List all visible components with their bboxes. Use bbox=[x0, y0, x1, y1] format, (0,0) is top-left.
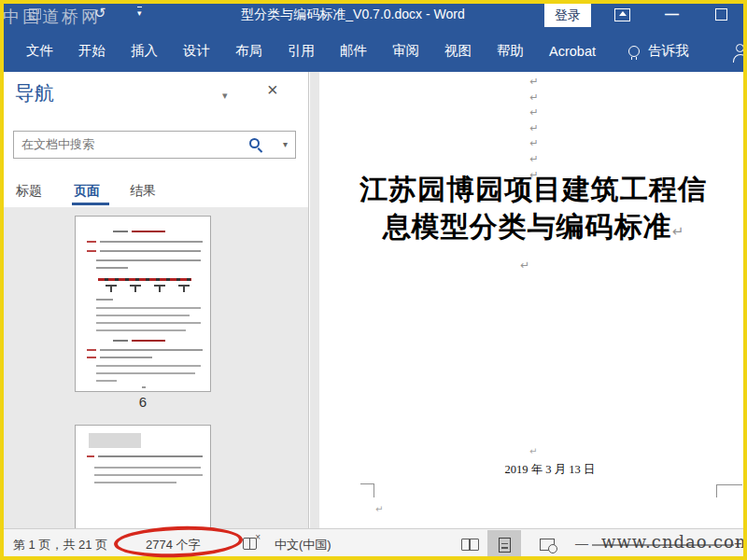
document-title-line-2: 息模型分类与编码标准 bbox=[383, 211, 672, 242]
page-6-label: 6 bbox=[75, 394, 211, 410]
empty-paragraph-marks: ↵↵↵↵↵↵↵ bbox=[517, 74, 551, 182]
tab-layout[interactable]: 布局 bbox=[235, 42, 262, 60]
tell-me-label: 告诉我 bbox=[648, 42, 689, 60]
tab-acrobat[interactable]: Acrobat bbox=[549, 44, 596, 59]
maximize-button[interactable] bbox=[715, 8, 727, 21]
window-title: 型分类与编码标准_V0.7.0.docx - Word bbox=[166, 7, 540, 23]
account-person-icon-body bbox=[733, 54, 747, 63]
paragraph-mark: ↵ bbox=[520, 259, 529, 272]
navigation-pane: 导航 ▾ × 在文档中搜索 ▾ 标题 页面 结果 bbox=[0, 72, 309, 528]
page-7-thumbnail[interactable] bbox=[75, 425, 211, 528]
proofing-errors-icon[interactable] bbox=[243, 538, 257, 550]
document-area: ↵↵↵↵↵↵↵ 江苏园博园项目建筑工程信 息模型分类与编码标准↵ ↵ ↵ 201… bbox=[310, 72, 747, 528]
watermark-top-left: 中国道桥网 bbox=[3, 6, 101, 28]
document-title-line-1: 江苏园博园项目建筑工程信 bbox=[359, 174, 707, 204]
quick-access-customize-icon[interactable]: ▾ bbox=[137, 7, 142, 18]
sign-in-button[interactable]: 登录 bbox=[544, 4, 591, 27]
web-layout-icon[interactable] bbox=[540, 539, 555, 551]
search-options-icon[interactable]: ▾ bbox=[283, 139, 288, 149]
tab-design[interactable]: 设计 bbox=[183, 42, 210, 60]
tell-me-group[interactable]: 告诉我 bbox=[628, 42, 689, 60]
print-layout-icon-active[interactable] bbox=[487, 530, 521, 560]
paragraph-mark: ↵ bbox=[672, 223, 684, 239]
language-indicator[interactable]: 中文(中国) bbox=[275, 537, 331, 553]
tab-review[interactable]: 审阅 bbox=[392, 42, 419, 60]
text-boundary-corner-mark bbox=[360, 483, 374, 497]
nav-pane-title: 导航 bbox=[15, 80, 54, 106]
lightbulb-icon bbox=[628, 46, 640, 57]
zoom-out-button[interactable]: — bbox=[575, 536, 588, 551]
document-date: 2019 年 3 月 13 日 bbox=[336, 462, 747, 478]
active-tab-underline bbox=[72, 203, 109, 205]
word-count-indicator[interactable]: 2774 个字 bbox=[146, 537, 201, 553]
nav-pane-menu-icon[interactable]: ▾ bbox=[222, 90, 228, 102]
minimize-button[interactable]: — bbox=[665, 6, 679, 21]
paragraph-mark: ↵ bbox=[375, 504, 383, 514]
read-mode-icon[interactable] bbox=[461, 539, 479, 551]
nav-pane-close-icon[interactable]: × bbox=[267, 79, 278, 101]
document-search-input[interactable]: 在文档中搜索 ▾ bbox=[13, 131, 296, 159]
tab-home[interactable]: 开始 bbox=[78, 42, 106, 60]
nav-tab-headings[interactable]: 标题 bbox=[16, 183, 42, 200]
ribbon-tab-bar: 文件 开始 插入 设计 布局 引用 邮件 审阅 视图 帮助 Acrobat 告诉… bbox=[0, 30, 747, 72]
nav-pane-tabs: 标题 页面 结果 bbox=[0, 181, 309, 207]
tab-help[interactable]: 帮助 bbox=[497, 42, 524, 60]
word-application-window: ↺ ▾ 型分类与编码标准_V0.7.0.docx - Word 登录 — 中国道… bbox=[0, 0, 747, 560]
tab-references[interactable]: 引用 bbox=[288, 42, 315, 60]
account-person-icon[interactable] bbox=[736, 44, 744, 52]
title-bar: ↺ ▾ 型分类与编码标准_V0.7.0.docx - Word 登录 — bbox=[0, 0, 747, 30]
page-6-thumbnail[interactable] bbox=[75, 216, 211, 392]
thumbnail-diagram-line bbox=[98, 278, 191, 281]
text-boundary-corner-mark bbox=[716, 484, 742, 497]
page-thumbnail-list: 6 bbox=[0, 207, 308, 528]
page-indicator[interactable]: 第 1 页，共 21 页 bbox=[13, 537, 107, 553]
nav-tab-pages[interactable]: 页面 bbox=[74, 183, 100, 200]
nav-tab-results[interactable]: 结果 bbox=[130, 183, 156, 200]
search-placeholder: 在文档中搜索 bbox=[21, 132, 94, 158]
tab-mailings[interactable]: 邮件 bbox=[340, 42, 367, 60]
document-page[interactable]: ↵↵↵↵↵↵↵ 江苏园博园项目建筑工程信 息模型分类与编码标准↵ ↵ ↵ 201… bbox=[319, 72, 747, 528]
tab-view[interactable]: 视图 bbox=[444, 42, 472, 60]
ribbon-display-options-icon[interactable] bbox=[614, 8, 630, 21]
watermark-bottom-right: www.cndao.com bbox=[601, 532, 747, 552]
document-title: 江苏园博园项目建筑工程信 息模型分类与编码标准↵ bbox=[319, 171, 747, 250]
tab-insert[interactable]: 插入 bbox=[131, 42, 158, 60]
tab-file[interactable]: 文件 bbox=[26, 42, 53, 60]
search-icon[interactable] bbox=[249, 138, 260, 148]
paragraph-mark: ↵ bbox=[529, 446, 537, 456]
